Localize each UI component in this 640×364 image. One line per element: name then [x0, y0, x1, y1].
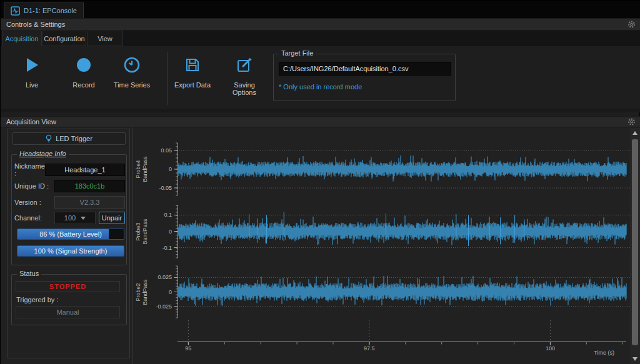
- titlebar: D1-1: EPConsole: [1, 1, 640, 18]
- epconsole-window: D1-1: EPConsole Controls & Settings Acqu…: [0, 0, 640, 364]
- unpair-button[interactable]: Unpair: [99, 212, 125, 224]
- record-mode-note: * Only used in record mode: [279, 83, 362, 91]
- acquisition-view-header: Acquisition View: [1, 116, 640, 127]
- channel-label: Channel:: [14, 214, 54, 222]
- edit-icon: [236, 54, 252, 76]
- battery-level-text: 86 % (Battery Level): [18, 229, 124, 239]
- headstage-panel: LED Trigger Headstage Info Nickname : Un…: [7, 129, 130, 358]
- waveform-plot-probe2[interactable]: [174, 266, 630, 318]
- clock-icon: [123, 54, 141, 76]
- acquisition-view-title: Acquisition View: [6, 118, 56, 125]
- waveform-plot-probe3[interactable]: [174, 205, 630, 258]
- ytick-probe3-1: 0: [133, 229, 172, 235]
- ytick-probe4-0: 0.05: [133, 147, 172, 154]
- document-tab[interactable]: D1-1: EPConsole: [4, 2, 84, 18]
- export-data-button-label: Export Data: [174, 81, 211, 89]
- triangle-down-icon: [632, 357, 638, 361]
- tab-configuration-label: Configuration: [44, 35, 84, 42]
- chevron-down-icon: [81, 217, 86, 220]
- target-file-label: Target File: [279, 49, 316, 57]
- toolbar-separator: [167, 52, 168, 105]
- led-trigger-button[interactable]: LED Trigger: [12, 132, 126, 145]
- record-icon: [76, 54, 92, 76]
- waveform-app-icon: [11, 6, 20, 16]
- tab-configuration[interactable]: Configuration: [42, 31, 86, 46]
- xtick-95: 95: [185, 345, 191, 352]
- status-label: Status: [17, 270, 41, 277]
- nickname-input[interactable]: [45, 164, 125, 176]
- live-button[interactable]: Live: [8, 54, 56, 104]
- time-axis: [174, 319, 630, 344]
- controls-settings-title: Controls & Settings: [6, 21, 65, 28]
- live-button-label: Live: [26, 81, 38, 89]
- waveform-plot-probe4[interactable]: [174, 143, 630, 195]
- time-series-button[interactable]: Time Series: [108, 54, 156, 104]
- tab-view[interactable]: View: [87, 31, 123, 46]
- target-file-group: Target File * Only used in record mode: [273, 54, 456, 101]
- xtick-100: 100: [546, 345, 555, 352]
- ytick-probe4-1: 0: [133, 166, 172, 172]
- unique-id-value: 183c0c1b: [54, 180, 125, 192]
- vertical-scrollbar[interactable]: [630, 128, 640, 364]
- ytick-probe2-0: 0.025: [133, 274, 172, 280]
- triggered-by-label: Triggered by :: [16, 296, 58, 303]
- ytick-probe3-2: -0.1: [133, 245, 172, 251]
- play-icon: [24, 54, 40, 76]
- tab-acquisition-label: Acquisition: [5, 35, 38, 42]
- time-series-button-label: Time Series: [114, 81, 150, 89]
- ytick-probe3-0: 0.1: [133, 212, 172, 218]
- ytick-probe2-1: 0: [133, 289, 172, 295]
- tab-view-label: View: [98, 35, 112, 42]
- controls-tabs-row: Acquisition Configuration View: [1, 31, 640, 46]
- ytick-probe2-2: -0.025: [133, 303, 172, 310]
- led-trigger-label: LED Trigger: [56, 135, 92, 142]
- acquisition-toolbar: Live Record Time Series: [1, 46, 640, 112]
- acquisition-view-gear-icon[interactable]: [628, 118, 636, 126]
- channel-dropdown[interactable]: 100: [54, 212, 96, 224]
- record-button[interactable]: Record: [60, 54, 108, 104]
- unpair-button-label: Unpair: [102, 214, 122, 222]
- document-tab-title: D1-1: EPConsole: [24, 7, 77, 14]
- unique-id-label: Unique ID :: [14, 182, 54, 190]
- status-group: Status STOPPED Triggered by : Manual: [11, 274, 127, 325]
- triggered-by-value: Manual: [16, 306, 120, 318]
- export-data-button[interactable]: Export Data: [169, 54, 216, 104]
- saving-options-button[interactable]: Saving Options: [220, 54, 269, 104]
- lightbulb-icon: [46, 134, 52, 143]
- floppy-icon: [184, 54, 201, 76]
- controls-settings-gear-icon[interactable]: [628, 21, 636, 29]
- time-axis-label: Time (s): [564, 350, 614, 356]
- acquisition-view-content: LED Trigger Headstage Info Nickname : Un…: [1, 127, 640, 364]
- scroll-up-button[interactable]: [630, 128, 640, 138]
- signal-strength-bar: 100 % (Signal Strength): [17, 245, 124, 257]
- controls-settings-header: Controls & Settings: [1, 18, 640, 31]
- nickname-label: Nickname :: [14, 162, 45, 177]
- signal-strength-text: 100 % (Signal Strength): [18, 246, 124, 256]
- scrollbar-thumb[interactable]: [632, 139, 638, 345]
- scroll-down-button[interactable]: [630, 354, 640, 364]
- ytick-probe4-2: -0.05: [133, 185, 172, 191]
- xtick-97.5: 97.5: [364, 345, 375, 352]
- headstage-info-label: Headstage Info: [17, 150, 69, 157]
- record-button-label: Record: [72, 81, 94, 89]
- status-value: STOPPED: [16, 281, 120, 292]
- channel-value: 100: [64, 214, 76, 222]
- version-label: Version :: [14, 199, 54, 206]
- battery-level-bar: 86 % (Battery Level): [17, 229, 124, 240]
- saving-options-button-label: Saving Options: [232, 81, 256, 96]
- headstage-info-group: Headstage Info Nickname : Unique ID : 18…: [11, 154, 127, 265]
- version-value: V2.3.3: [54, 196, 125, 209]
- tab-acquisition[interactable]: Acquisition: [2, 31, 42, 46]
- triangle-up-icon: [632, 131, 638, 135]
- waveform-plots-area: Probe4BandPass0.050-0.05Probe3BandPass0.…: [133, 127, 629, 364]
- target-file-input[interactable]: [279, 62, 451, 76]
